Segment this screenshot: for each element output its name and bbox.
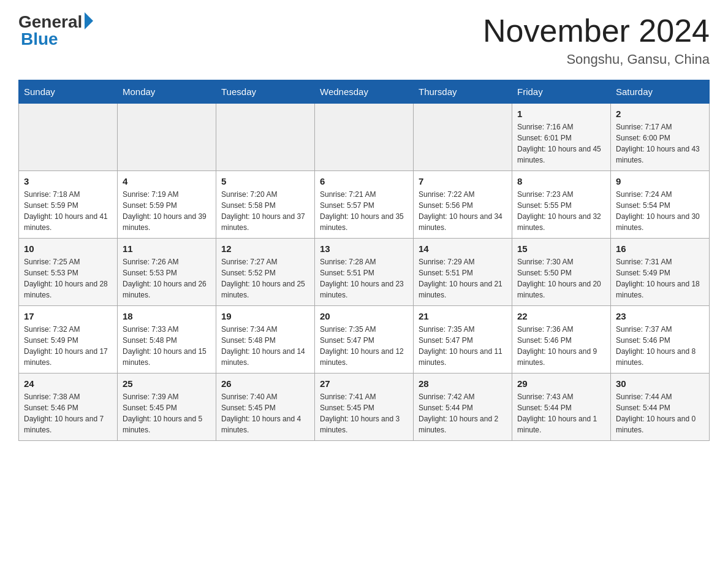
calendar-cell: 23Sunrise: 7:37 AMSunset: 5:46 PMDayligh… — [611, 306, 710, 373]
calendar-cell: 26Sunrise: 7:40 AMSunset: 5:45 PMDayligh… — [216, 373, 315, 441]
calendar-cell: 7Sunrise: 7:22 AMSunset: 5:56 PMDaylight… — [414, 171, 512, 239]
weekday-header-wednesday: Wednesday — [315, 80, 414, 104]
day-number: 30 — [616, 378, 704, 389]
day-number: 24 — [24, 378, 112, 389]
calendar-cell: 10Sunrise: 7:25 AMSunset: 5:53 PMDayligh… — [19, 239, 118, 306]
calendar-cell: 6Sunrise: 7:21 AMSunset: 5:57 PMDaylight… — [315, 171, 414, 239]
logo-blue-text: Blue — [18, 29, 58, 49]
day-info: Sunrise: 7:41 AMSunset: 5:45 PMDaylight:… — [320, 391, 408, 435]
day-number: 6 — [320, 176, 408, 186]
weekday-header-saturday: Saturday — [611, 80, 710, 104]
calendar-cell: 14Sunrise: 7:29 AMSunset: 5:51 PMDayligh… — [414, 239, 512, 306]
day-number: 12 — [221, 243, 309, 254]
day-number: 11 — [123, 243, 211, 254]
calendar-cell — [19, 104, 118, 171]
day-number: 7 — [419, 176, 507, 186]
day-info: Sunrise: 7:18 AMSunset: 5:59 PMDaylight:… — [24, 189, 112, 233]
day-number: 3 — [24, 176, 112, 186]
calendar-cell: 12Sunrise: 7:27 AMSunset: 5:52 PMDayligh… — [216, 239, 315, 306]
day-info: Sunrise: 7:31 AMSunset: 5:49 PMDaylight:… — [616, 256, 704, 301]
day-info: Sunrise: 7:29 AMSunset: 5:51 PMDaylight:… — [419, 256, 507, 301]
calendar-cell: 5Sunrise: 7:20 AMSunset: 5:58 PMDaylight… — [216, 171, 315, 239]
calendar-cell: 1Sunrise: 7:16 AMSunset: 6:01 PMDaylight… — [512, 104, 611, 171]
weekday-header-monday: Monday — [118, 80, 216, 104]
calendar-header-row: SundayMondayTuesdayWednesdayThursdayFrid… — [19, 80, 710, 104]
day-number: 18 — [123, 311, 211, 321]
day-info: Sunrise: 7:39 AMSunset: 5:45 PMDaylight:… — [123, 391, 211, 435]
day-info: Sunrise: 7:33 AMSunset: 5:48 PMDaylight:… — [123, 324, 211, 368]
calendar-cell: 29Sunrise: 7:43 AMSunset: 5:44 PMDayligh… — [512, 373, 611, 441]
calendar-cell: 21Sunrise: 7:35 AMSunset: 5:47 PMDayligh… — [414, 306, 512, 373]
calendar-cell: 11Sunrise: 7:26 AMSunset: 5:53 PMDayligh… — [118, 239, 216, 306]
day-info: Sunrise: 7:22 AMSunset: 5:56 PMDaylight:… — [419, 189, 507, 233]
day-number: 25 — [123, 378, 211, 389]
calendar-cell — [315, 104, 414, 171]
calendar-week-row: 1Sunrise: 7:16 AMSunset: 6:01 PMDaylight… — [19, 104, 710, 171]
day-number: 23 — [616, 311, 704, 321]
day-info: Sunrise: 7:34 AMSunset: 5:48 PMDaylight:… — [221, 324, 309, 368]
calendar-week-row: 3Sunrise: 7:18 AMSunset: 5:59 PMDaylight… — [19, 171, 710, 239]
calendar-cell — [414, 104, 512, 171]
calendar-cell — [216, 104, 315, 171]
page-header: General Blue November 2024 Songshu, Gans… — [18, 12, 710, 67]
day-info: Sunrise: 7:23 AMSunset: 5:55 PMDaylight:… — [517, 189, 605, 233]
day-number: 28 — [419, 378, 507, 389]
day-number: 26 — [221, 378, 309, 389]
day-info: Sunrise: 7:38 AMSunset: 5:46 PMDaylight:… — [24, 391, 112, 435]
day-info: Sunrise: 7:37 AMSunset: 5:46 PMDaylight:… — [616, 324, 704, 368]
weekday-header-thursday: Thursday — [414, 80, 512, 104]
calendar-cell — [118, 104, 216, 171]
calendar-cell: 13Sunrise: 7:28 AMSunset: 5:51 PMDayligh… — [315, 239, 414, 306]
day-number: 22 — [517, 311, 605, 321]
calendar-cell: 2Sunrise: 7:17 AMSunset: 6:00 PMDaylight… — [611, 104, 710, 171]
calendar-cell: 27Sunrise: 7:41 AMSunset: 5:45 PMDayligh… — [315, 373, 414, 441]
day-info: Sunrise: 7:30 AMSunset: 5:50 PMDaylight:… — [517, 256, 605, 301]
calendar-week-row: 17Sunrise: 7:32 AMSunset: 5:49 PMDayligh… — [19, 306, 710, 373]
day-info: Sunrise: 7:27 AMSunset: 5:52 PMDaylight:… — [221, 256, 309, 301]
day-number: 5 — [221, 176, 309, 186]
day-info: Sunrise: 7:19 AMSunset: 5:59 PMDaylight:… — [123, 189, 211, 233]
day-info: Sunrise: 7:43 AMSunset: 5:44 PMDaylight:… — [517, 391, 605, 435]
month-year-title: November 2024 — [483, 12, 710, 49]
day-info: Sunrise: 7:28 AMSunset: 5:51 PMDaylight:… — [320, 256, 408, 301]
calendar-cell: 4Sunrise: 7:19 AMSunset: 5:59 PMDaylight… — [118, 171, 216, 239]
location-subtitle: Songshu, Gansu, China — [483, 52, 710, 67]
calendar-cell: 25Sunrise: 7:39 AMSunset: 5:45 PMDayligh… — [118, 373, 216, 441]
day-number: 2 — [616, 109, 704, 119]
day-info: Sunrise: 7:36 AMSunset: 5:46 PMDaylight:… — [517, 324, 605, 368]
day-info: Sunrise: 7:35 AMSunset: 5:47 PMDaylight:… — [320, 324, 408, 368]
day-info: Sunrise: 7:32 AMSunset: 5:49 PMDaylight:… — [24, 324, 112, 368]
day-number: 8 — [517, 176, 605, 186]
day-info: Sunrise: 7:44 AMSunset: 5:44 PMDaylight:… — [616, 391, 704, 435]
logo-triangle-icon — [85, 12, 93, 29]
day-number: 15 — [517, 243, 605, 254]
calendar-cell: 30Sunrise: 7:44 AMSunset: 5:44 PMDayligh… — [611, 373, 710, 441]
day-number: 19 — [221, 311, 309, 321]
calendar-cell: 9Sunrise: 7:24 AMSunset: 5:54 PMDaylight… — [611, 171, 710, 239]
calendar-cell: 17Sunrise: 7:32 AMSunset: 5:49 PMDayligh… — [19, 306, 118, 373]
calendar-cell: 22Sunrise: 7:36 AMSunset: 5:46 PMDayligh… — [512, 306, 611, 373]
calendar-cell: 16Sunrise: 7:31 AMSunset: 5:49 PMDayligh… — [611, 239, 710, 306]
day-info: Sunrise: 7:40 AMSunset: 5:45 PMDaylight:… — [221, 391, 309, 435]
calendar-cell: 24Sunrise: 7:38 AMSunset: 5:46 PMDayligh… — [19, 373, 118, 441]
weekday-header-tuesday: Tuesday — [216, 80, 315, 104]
day-info: Sunrise: 7:25 AMSunset: 5:53 PMDaylight:… — [24, 256, 112, 301]
weekday-header-sunday: Sunday — [19, 80, 118, 104]
day-number: 29 — [517, 378, 605, 389]
day-info: Sunrise: 7:17 AMSunset: 6:00 PMDaylight:… — [616, 121, 704, 166]
day-number: 27 — [320, 378, 408, 389]
day-number: 13 — [320, 243, 408, 254]
calendar-cell: 20Sunrise: 7:35 AMSunset: 5:47 PMDayligh… — [315, 306, 414, 373]
day-number: 16 — [616, 243, 704, 254]
day-info: Sunrise: 7:24 AMSunset: 5:54 PMDaylight:… — [616, 189, 704, 233]
calendar-cell: 15Sunrise: 7:30 AMSunset: 5:50 PMDayligh… — [512, 239, 611, 306]
day-number: 1 — [517, 109, 605, 119]
day-number: 10 — [24, 243, 112, 254]
logo: General Blue — [18, 12, 93, 49]
day-number: 21 — [419, 311, 507, 321]
day-info: Sunrise: 7:35 AMSunset: 5:47 PMDaylight:… — [419, 324, 507, 368]
day-info: Sunrise: 7:26 AMSunset: 5:53 PMDaylight:… — [123, 256, 211, 301]
calendar-table: SundayMondayTuesdayWednesdayThursdayFrid… — [18, 80, 710, 441]
day-info: Sunrise: 7:21 AMSunset: 5:57 PMDaylight:… — [320, 189, 408, 233]
day-number: 4 — [123, 176, 211, 186]
